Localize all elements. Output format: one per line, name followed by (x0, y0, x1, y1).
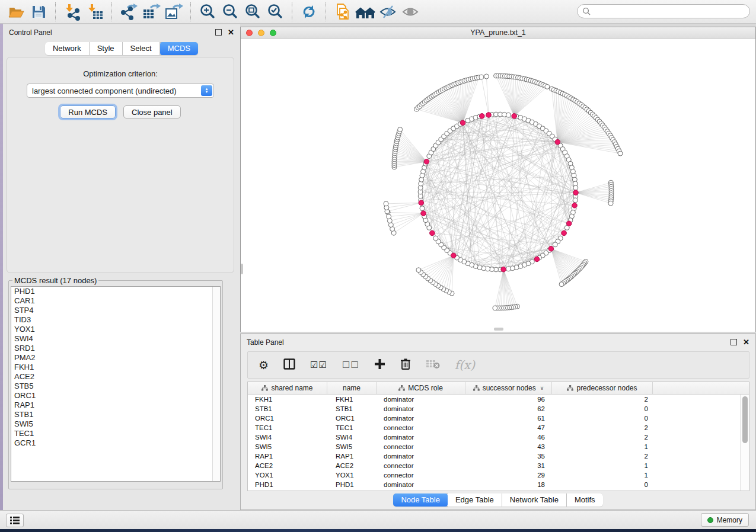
mcds-result-item[interactable]: RAP1 (11, 400, 220, 410)
mcds-dominator-node[interactable] (573, 190, 579, 196)
mcds-dominator-node[interactable] (548, 246, 554, 252)
float-panel-icon[interactable] (215, 29, 222, 36)
window-zoom-icon[interactable] (270, 30, 276, 36)
network-node[interactable] (573, 185, 578, 190)
tab-mcds[interactable]: MCDS (160, 42, 198, 55)
show-column-icon[interactable] (283, 358, 295, 372)
mcds-result-item[interactable]: ACE2 (11, 372, 220, 382)
mcds-dominator-node[interactable] (479, 114, 484, 119)
mcds-result-list[interactable]: PHD1CAR1STP4TID3YOX1SWI4SRD1PMA2FKH1ACE2… (11, 286, 221, 482)
network-node[interactable] (553, 242, 557, 247)
open-browser-icon[interactable] (355, 2, 375, 21)
table-scrollbar-track[interactable] (740, 395, 749, 491)
mcds-result-item[interactable]: ORC1 (11, 391, 220, 400)
network-node[interactable] (506, 267, 511, 271)
column-header-name[interactable]: name (327, 382, 377, 394)
network-leaf-node[interactable] (398, 127, 403, 132)
mcds-dominator-node[interactable] (562, 230, 567, 236)
mcds-result-item[interactable]: CAR1 (11, 296, 220, 306)
mcds-list-scrollbar[interactable] (212, 287, 220, 481)
network-leaf-node[interactable] (387, 214, 391, 219)
table-row[interactable]: ACE2ACE2connector311 (248, 461, 749, 470)
mcds-result-item[interactable]: GCR1 (11, 438, 220, 448)
export-image-icon[interactable] (164, 2, 184, 21)
mcds-result-item[interactable]: YOX1 (11, 325, 220, 334)
mcds-result-item[interactable]: STP4 (11, 306, 220, 315)
network-node[interactable] (506, 113, 511, 117)
table-row[interactable]: FKH1FKH1dominator962 (248, 395, 749, 404)
mcds-dominator-node[interactable] (534, 257, 540, 262)
tab-node-table[interactable]: Node Table (393, 493, 448, 507)
run-mcds-button[interactable]: Run MCDS (60, 105, 116, 118)
mcds-result-item[interactable]: PHD1 (11, 287, 220, 296)
network-node[interactable] (433, 236, 438, 241)
delete-column-icon[interactable] (400, 358, 411, 372)
show-graphics-details-icon[interactable] (400, 2, 420, 21)
network-bottom-scroll-thumb[interactable] (494, 328, 503, 331)
zoom-selected-icon[interactable] (265, 2, 285, 21)
save-session-icon[interactable] (28, 2, 49, 21)
table-row[interactable]: SWI4SWI4dominator462 (248, 432, 749, 442)
network-leaf-node[interactable] (484, 74, 489, 79)
tab-style[interactable]: Style (90, 42, 123, 55)
table-scrollbar-thumb[interactable] (742, 396, 748, 443)
select-all-icon[interactable]: ☑☑ (310, 359, 327, 371)
float-panel-icon[interactable] (731, 339, 737, 345)
mcds-result-item[interactable]: PMA2 (11, 353, 220, 363)
table-options-icon[interactable]: ⚙ (259, 359, 269, 371)
table-row[interactable]: ORC1ORC1dominator610 (248, 414, 749, 423)
mcds-result-item[interactable]: SWI5 (11, 419, 220, 429)
export-table-icon[interactable] (141, 2, 161, 21)
close-panel-icon[interactable]: ✕ (743, 339, 749, 345)
mcds-dominator-node[interactable] (424, 159, 429, 165)
mcds-dominator-node[interactable] (460, 120, 465, 126)
mcds-dominator-node[interactable] (430, 230, 435, 236)
mcds-dominator-node[interactable] (451, 253, 457, 258)
mcds-dominator-node[interactable] (572, 203, 578, 208)
tab-motifs[interactable]: Motifs (567, 493, 603, 507)
window-close-icon[interactable] (246, 30, 253, 36)
close-mcds-panel-button[interactable]: Close panel (123, 105, 181, 118)
zoom-in-icon[interactable] (197, 2, 218, 21)
network-leaf-node[interactable] (559, 282, 564, 287)
mcds-dominator-node[interactable] (512, 114, 517, 119)
search-box[interactable] (577, 4, 750, 18)
zoom-fit-content-icon[interactable] (243, 2, 263, 21)
mcds-result-item[interactable]: FKH1 (11, 363, 220, 372)
search-input[interactable] (591, 5, 749, 17)
network-leaf-node[interactable] (479, 75, 484, 79)
mcds-dominator-node[interactable] (419, 200, 424, 206)
column-header-successor-nodes[interactable]: successor nodes∨ (465, 382, 552, 394)
export-network-icon[interactable] (119, 2, 139, 21)
mcds-result-item[interactable]: TEC1 (11, 429, 220, 438)
mcds-result-item[interactable]: SWI4 (11, 334, 220, 344)
mcds-dominator-node[interactable] (421, 211, 426, 216)
network-leaf-node[interactable] (545, 84, 550, 89)
network-leaf-node[interactable] (618, 151, 623, 156)
table-row[interactable]: TEC1TEC1connector472 (248, 423, 749, 432)
tab-network[interactable]: Network (45, 42, 90, 55)
import-network-from-file-icon[interactable] (62, 2, 82, 21)
window-minimize-icon[interactable] (258, 30, 264, 36)
mcds-result-item[interactable]: STB1 (11, 410, 220, 419)
table-row[interactable]: YOX1YOX1connector291 (248, 470, 749, 480)
network-window-titlebar[interactable]: YPA_prune.txt_1 (241, 27, 755, 39)
clone-network-icon[interactable] (333, 2, 353, 21)
network-canvas[interactable] (241, 39, 755, 332)
mcds-dominator-node[interactable] (501, 267, 506, 272)
network-node[interactable] (420, 206, 425, 211)
table-row[interactable]: SWI5SWI5connector431 (248, 442, 749, 451)
deselect-all-icon[interactable]: ☐☐ (342, 359, 359, 371)
network-leaf-node[interactable] (384, 201, 388, 206)
hide-graphics-details-icon[interactable] (378, 2, 398, 21)
mcds-result-item[interactable]: STB5 (11, 382, 220, 391)
delete-table-icon[interactable] (426, 358, 440, 371)
network-leaf-node[interactable] (416, 268, 421, 273)
column-header-MCDS-role[interactable]: MCDS role (377, 382, 465, 394)
optimization-criterion-select[interactable]: largest connected component (undirected)… (27, 84, 214, 98)
import-table-from-file-icon[interactable] (85, 2, 105, 21)
open-session-icon[interactable] (6, 2, 26, 21)
zoom-out-icon[interactable] (220, 2, 240, 21)
table-row[interactable]: STB1STB1dominator620 (248, 404, 749, 414)
refresh-view-icon[interactable] (299, 2, 319, 21)
